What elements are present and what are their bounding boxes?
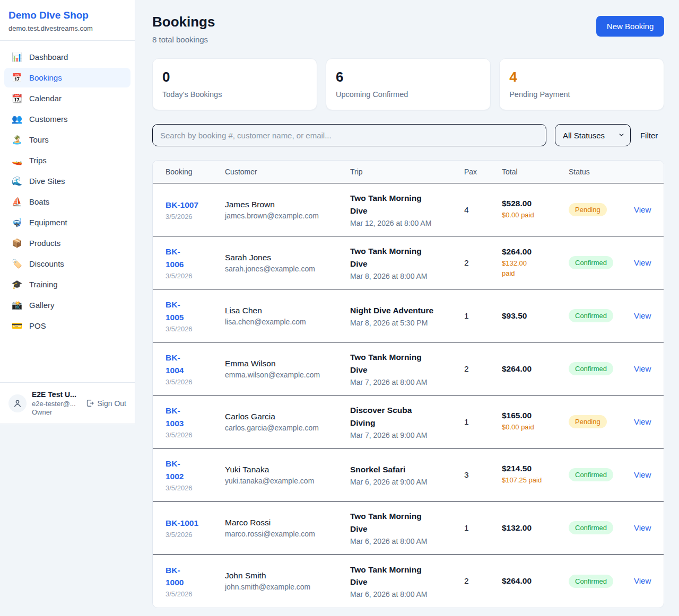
user-name: E2E Test U...	[32, 390, 80, 399]
view-link[interactable]: View	[634, 364, 651, 373]
trip-name: Night Dive Adventure	[350, 304, 434, 316]
booking-date: 3/5/2026	[166, 272, 225, 280]
total-amount: $93.50	[502, 311, 569, 321]
sidebar-item-products[interactable]: 📦 Products	[4, 233, 130, 253]
customer-name: Carlos Garcia	[225, 412, 350, 421]
status-badge: Confirmed	[569, 468, 613, 481]
view-link[interactable]: View	[634, 523, 651, 532]
speedboat-icon: 🚤	[12, 156, 22, 165]
trip-name: Discover Scuba Diving	[350, 404, 434, 429]
people-icon: 👥	[12, 115, 22, 124]
customer-email: emma.wilson@example.com	[225, 371, 350, 379]
view-link[interactable]: View	[634, 311, 651, 320]
customer-name: Sarah Jones	[225, 253, 350, 262]
trip-datetime: Mar 6, 2026 at 8:00 AM	[350, 590, 464, 599]
stat-value: 6	[336, 69, 481, 85]
view-link[interactable]: View	[634, 205, 651, 214]
view-link[interactable]: View	[634, 470, 651, 479]
brand-domain: demo.test.divestreams.com	[8, 24, 126, 32]
trip-datetime: Mar 6, 2026 at 9:00 AM	[350, 478, 464, 486]
booking-date: 3/5/2026	[166, 531, 225, 539]
column-header-booking: Booking	[166, 168, 225, 176]
tear-off-calendar-icon: 📆	[12, 94, 22, 103]
booking-number-link[interactable]: BK-1001	[166, 517, 198, 529]
pax-count: 4	[464, 205, 502, 215]
sidebar-item-boats[interactable]: ⛵ Boats	[4, 192, 130, 212]
booking-date: 3/5/2026	[166, 484, 225, 492]
booking-number-link[interactable]: BK-1004	[166, 351, 184, 376]
sidebar-item-dashboard[interactable]: 📊 Dashboard	[4, 47, 130, 67]
sidebar-item-training[interactable]: 🎓 Training	[4, 275, 130, 294]
total-amount: $264.00	[502, 247, 569, 257]
total-amount: $264.00	[502, 364, 569, 374]
booking-date: 3/5/2026	[166, 378, 225, 386]
sidebar-item-gallery[interactable]: 📸 Gallery	[4, 295, 130, 315]
diving-mask-icon: 🤿	[12, 218, 22, 227]
table-row: BK-1002 3/5/2026 Yuki Tanaka yuki.tanaka…	[153, 448, 664, 501]
pax-count: 2	[464, 364, 502, 374]
customer-name: Lisa Chen	[225, 306, 350, 315]
sign-out-button[interactable]: Sign Out	[85, 399, 126, 408]
booking-number-link[interactable]: BK-1007	[166, 199, 198, 211]
camera-icon: 📸	[12, 301, 22, 310]
status-select-wrap: All Statuses	[555, 124, 631, 146]
sidebar-item-dive-sites[interactable]: 🌊 Dive Sites	[4, 171, 130, 191]
search-input[interactable]	[152, 124, 546, 146]
total-amount: $214.50	[502, 464, 569, 473]
trip-datetime: Mar 8, 2026 at 5:30 PM	[350, 319, 464, 327]
stat-label: Today's Bookings	[162, 90, 307, 99]
trip-name: Two Tank Morning Dive	[350, 192, 434, 217]
pax-count: 1	[464, 311, 502, 321]
page-title: Bookings	[152, 14, 215, 30]
column-header-status: Status	[569, 168, 634, 176]
customer-email: yuki.tanaka@example.com	[225, 477, 350, 485]
table-row: BK-1007 3/5/2026 James Brown james.brown…	[153, 183, 664, 236]
trip-datetime: Mar 8, 2026 at 8:00 AM	[350, 272, 464, 280]
customer-email: lisa.chen@example.com	[225, 318, 350, 326]
sidebar-item-trips[interactable]: 🚤 Trips	[4, 151, 130, 170]
trip-datetime: Mar 12, 2026 at 8:00 AM	[350, 219, 464, 227]
filter-button[interactable]: Filter	[640, 131, 658, 140]
total-amount: $165.00	[502, 411, 569, 420]
customer-email: john.smith@example.com	[225, 583, 350, 591]
new-booking-button[interactable]: New Booking	[596, 16, 664, 37]
view-link[interactable]: View	[634, 258, 651, 267]
customer-name: Yuki Tanaka	[225, 465, 350, 474]
bookings-table: Booking Customer Trip Pax Total Status B…	[152, 160, 664, 608]
table-row: BK-1000 3/5/2026 John Smith john.smith@e…	[153, 555, 664, 608]
column-header-pax: Pax	[464, 168, 502, 176]
user-role: Owner	[32, 408, 80, 416]
booking-number-link[interactable]: BK-1002	[166, 457, 184, 482]
status-filter-select[interactable]: All Statuses	[555, 124, 631, 146]
sidebar-item-pos[interactable]: 💳 POS	[4, 316, 130, 336]
avatar	[8, 394, 27, 412]
booking-number-link[interactable]: BK-1006	[166, 245, 184, 270]
sidebar-item-equipment[interactable]: 🤿 Equipment	[4, 213, 130, 232]
total-amount: $132.00	[502, 523, 569, 533]
user-info: E2E Test U... e2e-tester@... Owner	[32, 390, 80, 416]
view-link[interactable]: View	[634, 417, 651, 426]
sidebar-item-tours[interactable]: 🏝️ Tours	[4, 130, 130, 149]
user-email: e2e-tester@...	[32, 400, 80, 408]
view-link[interactable]: View	[634, 576, 651, 585]
wave-icon: 🌊	[12, 177, 22, 186]
booking-number-link[interactable]: BK-1003	[166, 404, 184, 429]
status-badge: Confirmed	[569, 309, 613, 322]
trip-name: Two Tank Morning Dive	[350, 245, 434, 270]
stats-row: 0 Today's Bookings 6 Upcoming Confirmed …	[152, 58, 664, 110]
pax-count: 1	[464, 523, 502, 533]
sidebar-item-customers[interactable]: 👥 Customers	[4, 109, 130, 129]
sidebar-item-calendar[interactable]: 📆 Calendar	[4, 89, 130, 108]
sign-out-label: Sign Out	[98, 399, 126, 408]
paid-amount: $0.00 paid	[502, 423, 569, 433]
sidebar-item-bookings[interactable]: 📅 Bookings	[4, 68, 130, 87]
paid-amount: $0.00 paid	[502, 210, 569, 221]
column-header-trip: Trip	[350, 168, 464, 176]
booking-date: 3/5/2026	[166, 431, 225, 439]
customer-name: James Brown	[225, 200, 350, 209]
sidebar-item-discounts[interactable]: 🏷️ Discounts	[4, 254, 130, 274]
controls-row: All Statuses Filter	[152, 124, 664, 146]
booking-number-link[interactable]: BK-1005	[166, 298, 184, 323]
page-subtitle: 8 total bookings	[152, 35, 215, 44]
booking-number-link[interactable]: BK-1000	[166, 564, 184, 589]
